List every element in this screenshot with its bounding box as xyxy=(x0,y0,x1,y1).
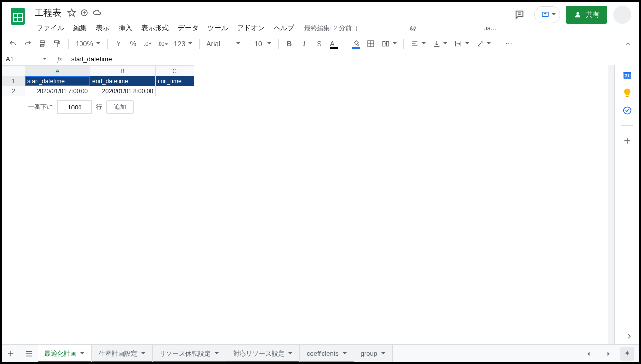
row-header-2[interactable]: 2 xyxy=(2,86,25,96)
select-all-corner[interactable] xyxy=(2,66,25,76)
menu-tools[interactable]: ツール xyxy=(203,22,232,35)
increase-decimal-button[interactable]: .00 xyxy=(156,37,170,51)
col-header-c[interactable]: C xyxy=(156,66,194,76)
sheet-tab-2[interactable]: リソース休転設定 xyxy=(153,345,226,362)
print-button[interactable] xyxy=(36,37,49,51)
number-format-combo[interactable]: 123 xyxy=(171,37,195,50)
paint-format-button[interactable] xyxy=(50,37,64,51)
move-icon[interactable] xyxy=(80,8,89,17)
collapse-toolbar-button[interactable] xyxy=(621,37,635,51)
cell-b2[interactable]: 2020/01/01 8:00:00 xyxy=(90,86,156,96)
add-rows-button[interactable]: 追加 xyxy=(106,100,134,114)
toolbar: 100% ¥ % .0 .00 123 Arial 10 B I S A ⋯ xyxy=(2,35,639,53)
cell-b1[interactable]: end_datetime xyxy=(90,76,156,86)
add-rows-pre: 一番下に xyxy=(28,103,53,111)
grid[interactable]: A B C 1 start_datetime end_datetime unit… xyxy=(2,65,614,344)
formula-input[interactable] xyxy=(68,54,639,64)
separator xyxy=(68,39,69,49)
vertical-scrollbar[interactable] xyxy=(608,65,614,344)
menu-format[interactable]: 表示形式 xyxy=(137,22,173,35)
wrap-button[interactable] xyxy=(451,37,472,50)
currency-button[interactable]: ¥ xyxy=(112,37,125,51)
add-rows-bar: 一番下に 行 追加 xyxy=(2,96,614,114)
borders-button[interactable] xyxy=(364,37,378,51)
add-rows-input[interactable] xyxy=(57,100,92,114)
menu-file[interactable]: ファイル xyxy=(33,22,68,35)
explore-button[interactable] xyxy=(620,347,634,361)
svg-point-28 xyxy=(623,107,631,114)
rotate-button[interactable] xyxy=(473,37,494,50)
tab-color-bar xyxy=(92,361,152,362)
sheet-tab-label: リソース休転設定 xyxy=(160,349,211,358)
all-sheets-button[interactable] xyxy=(20,345,38,362)
percent-button[interactable]: % xyxy=(126,37,140,51)
menu-help[interactable]: ヘルプ xyxy=(270,22,298,35)
v-align-button[interactable] xyxy=(430,37,450,50)
chevron-down-icon xyxy=(215,352,219,355)
name-box[interactable]: A1 xyxy=(2,55,51,63)
merge-button[interactable] xyxy=(379,37,400,50)
font-size-combo[interactable]: 10 xyxy=(251,37,274,50)
sheet-tab-label: 対応リソース設定 xyxy=(233,349,284,358)
tab-color-bar xyxy=(300,361,354,362)
menu-data[interactable]: データ xyxy=(174,22,202,35)
menu-insert[interactable]: 挿入 xyxy=(115,22,136,35)
scroll-tabs-right[interactable] xyxy=(600,351,617,357)
h-align-button[interactable] xyxy=(408,37,429,50)
menu-edit[interactable]: 編集 xyxy=(69,22,91,35)
keep-icon[interactable] xyxy=(622,88,632,98)
sheet-tab-5[interactable]: group xyxy=(354,345,393,362)
last-edit-suffix: .ia... xyxy=(484,24,496,32)
cloud-saved-icon[interactable] xyxy=(93,8,102,17)
more-tools-button[interactable]: ⋯ xyxy=(502,37,516,51)
add-rows-post: 行 xyxy=(96,103,102,111)
tasks-icon[interactable] xyxy=(622,106,632,115)
decrease-decimal-button[interactable]: .0 xyxy=(141,37,155,51)
fill-color-button[interactable] xyxy=(349,37,363,51)
zoom-combo[interactable]: 100% xyxy=(73,37,103,50)
separator xyxy=(403,39,404,49)
star-icon[interactable] xyxy=(67,8,76,17)
sheets-logo-icon[interactable] xyxy=(8,6,28,26)
present-button[interactable] xyxy=(534,6,560,23)
scroll-tabs-left[interactable] xyxy=(580,351,598,357)
svg-rect-16 xyxy=(383,41,385,46)
account-avatar[interactable] xyxy=(613,6,631,24)
col-header-a[interactable]: A xyxy=(25,66,90,76)
italic-button[interactable]: I xyxy=(297,37,311,51)
side-panel-collapse-icon[interactable] xyxy=(625,332,633,340)
menu-view[interactable]: 表示 xyxy=(92,22,114,35)
doc-title[interactable]: 工程表 xyxy=(33,6,63,20)
text-color-button[interactable]: A xyxy=(327,37,341,51)
separator xyxy=(107,39,108,49)
sheet-tab-1[interactable]: 生産計画設定 xyxy=(92,345,153,362)
font-combo[interactable]: Arial xyxy=(203,37,243,50)
cell-a2[interactable]: 2020/01/01 7:00:00 xyxy=(25,86,90,96)
add-sheet-button[interactable] xyxy=(2,345,20,362)
chevron-down-icon xyxy=(343,352,347,355)
chevron-down-icon xyxy=(288,352,292,355)
comments-icon[interactable] xyxy=(511,6,528,24)
tab-color-bar xyxy=(38,361,91,362)
redo-button[interactable] xyxy=(21,37,35,51)
row-header-1[interactable]: 1 xyxy=(2,76,25,86)
fx-icon: fx xyxy=(51,55,68,63)
cell-a1[interactable]: start_datetime xyxy=(25,76,90,86)
menu-addons[interactable]: アドオン xyxy=(233,22,269,35)
add-addon-icon[interactable] xyxy=(622,136,632,146)
strike-button[interactable]: S xyxy=(312,37,326,51)
calendar-icon[interactable]: 31 xyxy=(622,70,632,80)
cell-c2[interactable] xyxy=(156,86,194,96)
undo-button[interactable] xyxy=(6,37,20,51)
col-header-b[interactable]: B xyxy=(90,66,156,76)
last-edit-link[interactable]: 最終編集: 2 分前（ xxxxxxxxxxxxxxx @ xxxxxxxxxx… xyxy=(304,24,496,33)
cell-c1[interactable]: unit_time xyxy=(156,76,194,86)
last-edit-email: @ xyxy=(410,24,416,32)
bold-button[interactable]: B xyxy=(282,37,296,51)
sheet-tab-0[interactable]: 最適化計画 xyxy=(38,345,92,362)
formula-bar: A1 fx xyxy=(2,53,639,65)
sheet-tab-3[interactable]: 対応リソース設定 xyxy=(226,345,300,362)
sheet-tab-4[interactable]: coefficients xyxy=(300,345,354,362)
share-button[interactable]: 共有 xyxy=(566,6,607,24)
svg-text:31: 31 xyxy=(625,73,630,78)
